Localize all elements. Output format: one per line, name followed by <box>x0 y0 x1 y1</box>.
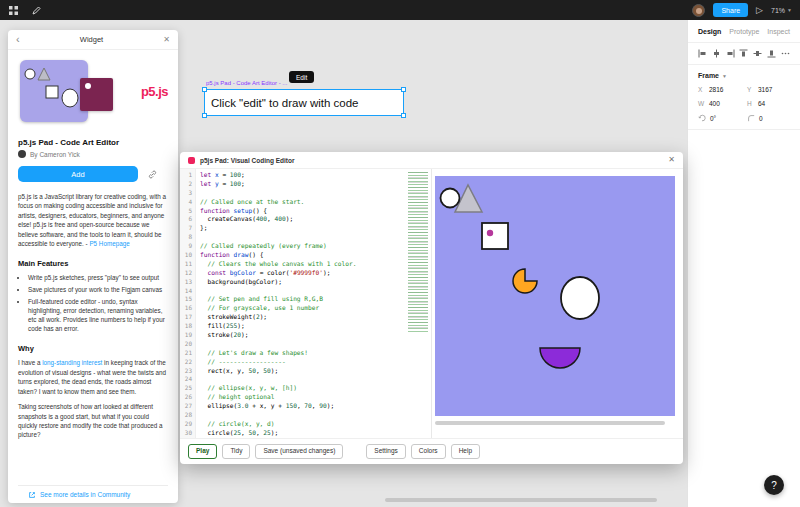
close-icon[interactable]: ✕ <box>668 156 675 164</box>
y-position-field[interactable]: Y 3167 <box>747 86 790 93</box>
code-line[interactable]: rect(x, y, 50, 50); <box>200 367 431 376</box>
colors-button[interactable]: Colors <box>411 444 446 459</box>
height-field[interactable]: H 64 <box>747 100 790 107</box>
x-value[interactable]: 2816 <box>709 86 723 93</box>
y-label: Y <box>747 86 754 93</box>
code-line[interactable] <box>200 375 431 384</box>
code-line[interactable]: let x = 100; <box>200 171 431 180</box>
more-options-icon[interactable] <box>781 49 790 58</box>
screenshot-thumbnail-alt[interactable] <box>80 78 113 111</box>
x-position-field[interactable]: X 2816 <box>698 86 741 93</box>
code-line[interactable]: function setup() { <box>200 207 431 216</box>
canvas-horizontal-scrollbar[interactable] <box>385 498 657 502</box>
play-button[interactable]: Play <box>188 444 217 459</box>
h-value[interactable]: 64 <box>758 100 765 107</box>
tab-inspect[interactable]: Inspect <box>767 28 790 35</box>
code-line[interactable]: strokeWeight(2); <box>200 313 431 322</box>
align-top-icon[interactable] <box>739 49 748 58</box>
corner-radius-field[interactable]: 0 <box>747 114 790 122</box>
copy-link-icon[interactable] <box>148 165 157 183</box>
main-menu-icon[interactable] <box>8 5 19 16</box>
tidy-button[interactable]: Tidy <box>222 444 250 459</box>
p5-widget-on-canvas[interactable]: Click "edit" to draw with code <box>204 89 404 116</box>
user-avatar[interactable] <box>692 4 705 17</box>
help-button[interactable]: Help <box>451 444 480 459</box>
modal-footer: PlayTidySave (unsaved changes) SettingsC… <box>180 438 683 464</box>
align-right-icon[interactable] <box>726 49 735 58</box>
chevron-down-icon[interactable]: ▼ <box>722 73 727 79</box>
code-line[interactable]: // Set pen and fill using R,G,B <box>200 295 431 304</box>
code-line[interactable] <box>200 411 431 420</box>
community-link[interactable]: See more details in Community <box>18 485 168 503</box>
code-line[interactable]: circle(25, 50, 25); <box>200 429 431 438</box>
share-button[interactable]: Share <box>713 3 748 17</box>
corner-radius-value[interactable]: 0 <box>759 115 763 122</box>
widget-selection-label[interactable]: p5.js Pad - Code Art Editor - ... <box>206 80 287 86</box>
code-line[interactable] <box>200 233 431 242</box>
code-line[interactable]: stroke(20); <box>200 331 431 340</box>
author-name: By Cameron Yick <box>30 151 80 158</box>
align-center-horizontal-icon[interactable] <box>712 49 721 58</box>
y-value[interactable]: 3167 <box>758 86 772 93</box>
code-line[interactable]: // Called once at the start. <box>200 198 431 207</box>
code-line[interactable]: fill(255); <box>200 322 431 331</box>
widget-author[interactable]: By Cameron Yick <box>18 150 168 158</box>
add-widget-button[interactable]: Add <box>18 166 138 182</box>
code-line[interactable]: // ------------------ <box>200 358 431 367</box>
frame-section: Frame ▼ X 2816 Y 3167 W 400 H 64 0° <box>688 65 800 130</box>
code-line[interactable]: }; <box>200 224 431 233</box>
align-bottom-icon[interactable] <box>767 49 776 58</box>
align-left-icon[interactable] <box>698 49 707 58</box>
code-line[interactable]: // ellipse(x, y, w, [h]) <box>200 384 431 393</box>
code-line[interactable]: // Let's draw a few shapes! <box>200 349 431 358</box>
properties-panel: DesignPrototypeInspect Frame ▼ X 2816 Y … <box>687 20 800 507</box>
code-line[interactable]: // circle(x, y, d) <box>200 420 431 429</box>
save-unsaved-changes-button[interactable]: Save (unsaved changes) <box>255 444 343 459</box>
modal-buttons-left: PlayTidySave (unsaved changes) <box>188 444 343 459</box>
code-line[interactable]: // For grayscale, use 1 number <box>200 304 431 313</box>
present-icon[interactable]: ▷ <box>756 6 763 15</box>
code-line[interactable]: function draw() { <box>200 251 431 260</box>
close-icon[interactable]: ✕ <box>163 36 170 44</box>
width-field[interactable]: W 400 <box>698 100 741 107</box>
code-line[interactable]: background(bgColor); <box>200 278 431 287</box>
code-line[interactable] <box>200 340 431 349</box>
selection-handle[interactable] <box>401 87 406 92</box>
screenshot-thumbnail[interactable] <box>20 60 88 122</box>
selection-handle[interactable] <box>202 87 207 92</box>
code-line[interactable]: // height optional <box>200 393 431 402</box>
code-line[interactable]: const bgColor = color('#9999f0'); <box>200 269 431 278</box>
code-minimap[interactable] <box>408 172 428 332</box>
code-line[interactable]: // Clears the whole canvas with 1 color. <box>200 260 431 269</box>
code-line[interactable]: let y = 100; <box>200 180 431 189</box>
selection-handle[interactable] <box>202 113 207 118</box>
align-center-vertical-icon[interactable] <box>753 49 762 58</box>
widget-screenshots[interactable]: p5.js <box>18 58 168 132</box>
code-editor[interactable]: 1234567891011121314151617181920212223242… <box>180 169 432 438</box>
draw-tool-icon[interactable] <box>31 5 42 16</box>
frame-section-label[interactable]: Frame <box>698 72 719 79</box>
w-value[interactable]: 400 <box>709 100 720 107</box>
tab-prototype[interactable]: Prototype <box>729 28 759 35</box>
p5-sketch-canvas[interactable] <box>435 176 675 416</box>
rotation-field[interactable]: 0° <box>698 114 741 122</box>
tab-design[interactable]: Design <box>698 28 721 35</box>
settings-button[interactable]: Settings <box>366 444 406 459</box>
code-lines[interactable]: let x = 100;let y = 100; // Called once … <box>196 169 431 438</box>
line-number: 26 <box>180 393 192 402</box>
interest-link[interactable]: long-standing interest <box>42 359 102 366</box>
code-line[interactable] <box>200 287 431 296</box>
code-line[interactable]: ellipse(3.0 + x, y + 150, 70, 90); <box>200 402 431 411</box>
code-line[interactable]: // Called repeatedly (every frame) <box>200 242 431 251</box>
help-button[interactable]: ? <box>764 475 784 495</box>
rotation-value[interactable]: 0° <box>710 115 716 122</box>
preview-horizontal-scrollbar[interactable] <box>435 421 665 425</box>
selection-handle[interactable] <box>401 113 406 118</box>
modal-titlebar[interactable]: p5js Pad: Visual Coding Editor ✕ <box>180 152 683 169</box>
thumbnail-shapes <box>20 60 88 122</box>
zoom-control[interactable]: 71% ▼ <box>771 7 792 14</box>
p5-homepage-link[interactable]: P5 Homepage <box>89 240 129 247</box>
code-line[interactable]: createCanvas(400, 400); <box>200 215 431 224</box>
code-line[interactable] <box>200 189 431 198</box>
edit-tooltip-button[interactable]: Edit <box>289 71 314 83</box>
